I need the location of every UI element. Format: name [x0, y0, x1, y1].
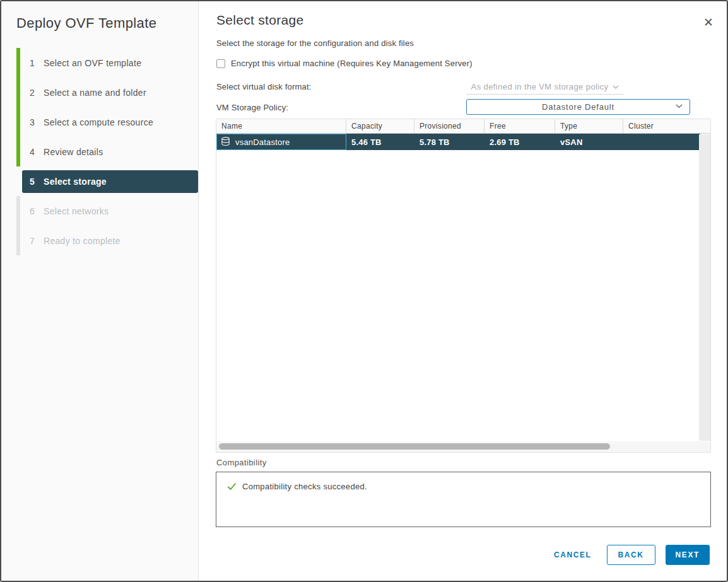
disk-format-label: Select virtual disk format:	[216, 82, 312, 91]
horizontal-scrollbar-thumb[interactable]	[219, 443, 610, 450]
step-progress-bar	[16, 48, 20, 78]
compatibility-message: Compatibility checks succeeded.	[242, 482, 367, 491]
disk-format-select: As defined in the VM storage policy	[466, 79, 624, 95]
step-progress-bar	[16, 166, 20, 196]
datastore-icon	[221, 137, 230, 147]
step-ready-to-complete[interactable]: 7 Ready to complete	[16, 226, 198, 255]
wizard-content: Select storage ✕ Select the storage for …	[199, 1, 727, 581]
step-select-networks[interactable]: 6 Select networks	[16, 196, 198, 226]
datastore-free: 2.69 TB	[484, 134, 555, 150]
datastore-cluster	[623, 134, 700, 150]
chevron-down-icon	[676, 104, 683, 108]
datastore-grid: Name Capacity Provisioned Free Type Clus…	[216, 119, 711, 453]
step-number: 3	[30, 117, 44, 127]
column-header-free[interactable]: Free	[484, 119, 555, 133]
success-check-icon	[227, 482, 237, 491]
step-number: 4	[30, 147, 44, 157]
back-button[interactable]: BACK	[607, 545, 655, 565]
step-label: Ready to complete	[44, 236, 120, 246]
step-progress-bar	[16, 226, 20, 255]
cancel-button[interactable]: CANCEL	[554, 550, 592, 559]
wizard-title: Deploy OVF Template	[16, 15, 156, 32]
next-button[interactable]: NEXT	[666, 545, 710, 565]
step-number: 1	[30, 58, 44, 68]
step-label: Select storage	[44, 177, 107, 187]
storage-policy-select[interactable]: Datastore Default	[466, 99, 690, 115]
datastore-name: vsanDatastore	[235, 137, 290, 147]
horizontal-scrollbar[interactable]	[216, 441, 710, 452]
step-progress-bar	[16, 196, 20, 226]
step-select-ovf-template[interactable]: 1 Select an OVF template	[16, 48, 198, 78]
step-label: Select a name and folder	[44, 88, 146, 98]
step-progress-bar	[16, 78, 20, 107]
step-select-storage[interactable]: 5 Select storage	[16, 166, 198, 196]
datastore-grid-header: Name Capacity Provisioned Free Type Clus…	[216, 119, 710, 134]
step-label: Select an OVF template	[44, 58, 141, 68]
step-review-details[interactable]: 4 Review details	[16, 137, 198, 166]
column-header-provisioned[interactable]: Provisioned	[414, 119, 484, 133]
datastore-provisioned: 5.78 TB	[414, 134, 484, 150]
step-number: 7	[30, 236, 44, 246]
vertical-scrollbar[interactable]	[699, 134, 710, 441]
column-header-capacity[interactable]: Capacity	[346, 119, 414, 133]
step-number: 5	[30, 177, 44, 187]
close-icon[interactable]: ✕	[703, 16, 713, 28]
step-label: Select a compute resource	[44, 117, 153, 127]
encrypt-vm-row: Encrypt this virtual machine (Requires K…	[216, 59, 473, 68]
step-progress-bar	[16, 107, 20, 137]
deploy-ovf-template-dialog: Deploy OVF Template 1 Select an OVF temp…	[0, 0, 728, 582]
table-row-vsandatastore[interactable]: vsanDatastore 5.46 TB 5.78 TB 2.69 TB vS…	[216, 134, 700, 150]
storage-policy-label: VM Storage Policy:	[216, 103, 288, 112]
step-label: Review details	[44, 147, 103, 157]
encrypt-vm-label: Encrypt this virtual machine (Requires K…	[231, 59, 473, 68]
column-header-cluster[interactable]: Cluster	[623, 119, 710, 133]
wizard-sidebar: Deploy OVF Template 1 Select an OVF temp…	[1, 1, 199, 581]
wizard-steps: 1 Select an OVF template 2 Select a name…	[16, 48, 198, 255]
datastore-capacity: 5.46 TB	[346, 134, 414, 150]
datastore-type: vSAN	[555, 134, 623, 150]
column-header-name[interactable]: Name	[216, 119, 346, 133]
compatibility-label: Compatibility	[216, 458, 267, 467]
step-number: 2	[30, 88, 44, 98]
encrypt-vm-checkbox[interactable]	[216, 59, 225, 68]
footer-actions: CANCEL BACK NEXT	[554, 545, 710, 565]
step-select-name-folder[interactable]: 2 Select a name and folder	[16, 78, 198, 107]
step-progress-bar	[16, 137, 20, 166]
step-label: Select networks	[44, 206, 109, 216]
step-number: 6	[30, 206, 44, 216]
disk-format-value: As defined in the VM storage policy	[471, 82, 609, 91]
chevron-down-icon	[613, 85, 619, 89]
column-header-type[interactable]: Type	[555, 119, 623, 133]
step-select-compute-resource[interactable]: 3 Select a compute resource	[16, 107, 198, 137]
storage-policy-value: Datastore Default	[542, 102, 614, 112]
page-subtitle: Select the storage for the configuration…	[216, 38, 414, 48]
compatibility-box: Compatibility checks succeeded.	[216, 472, 711, 527]
page-title: Select storage	[216, 13, 303, 28]
